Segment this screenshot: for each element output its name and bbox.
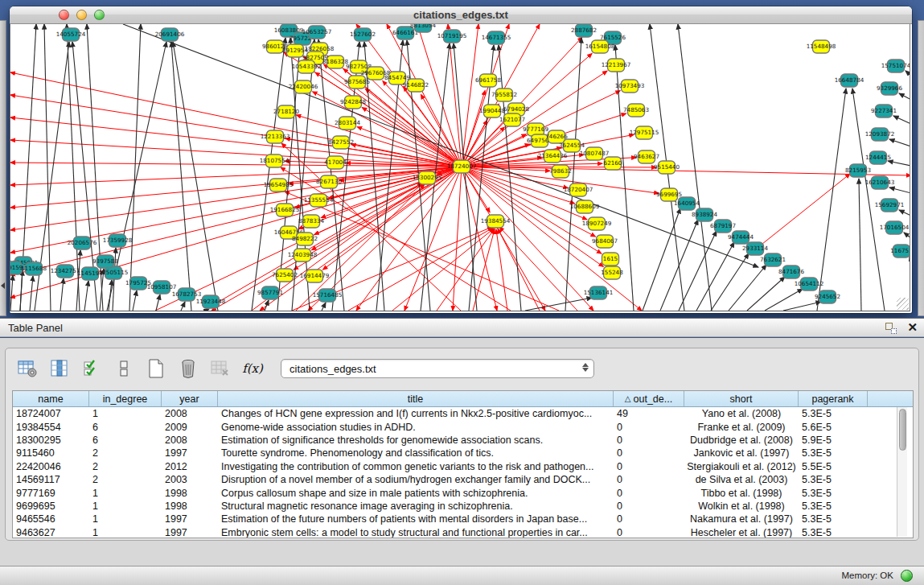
graph-node[interactable]: 10654112 bbox=[795, 278, 824, 290]
network-window-titlebar[interactable]: citations_edges.txt bbox=[10, 6, 912, 24]
graph-node[interactable]: 16648784 bbox=[835, 74, 864, 87]
table-select-dropdown[interactable]: citations_edges.txt bbox=[281, 359, 594, 378]
graph-node[interactable]: 6879197 bbox=[710, 220, 736, 233]
graph-edge[interactable] bbox=[525, 298, 592, 311]
graph-node[interactable]: 8471676 bbox=[778, 266, 804, 278]
graph-edge[interactable] bbox=[322, 303, 326, 311]
graph-edge[interactable] bbox=[643, 208, 680, 311]
graph-edge[interactable] bbox=[171, 42, 191, 311]
graph-node[interactable]: 9515440 bbox=[654, 161, 680, 174]
graph-edge[interactable] bbox=[133, 290, 137, 311]
graph-node[interactable]: 155248 bbox=[601, 266, 623, 279]
graph-node[interactable]: 17016504 bbox=[880, 221, 910, 234]
column-header-title[interactable]: title bbox=[218, 391, 614, 406]
graph-node[interactable]: 12213363 bbox=[261, 130, 290, 143]
window-resize-grip[interactable] bbox=[897, 298, 909, 310]
graph-node[interactable]: 15136141 bbox=[584, 286, 614, 299]
graph-node[interactable]: 14055724 bbox=[56, 28, 86, 41]
graph-node[interactable]: 8938924 bbox=[692, 208, 717, 221]
graph-edge[interactable] bbox=[906, 71, 910, 76]
graph-node[interactable]: 2803144 bbox=[335, 117, 360, 130]
column-header-year[interactable]: year bbox=[162, 391, 218, 406]
delete-table-icon[interactable] bbox=[208, 356, 232, 381]
graph-node[interactable]: 9329966 bbox=[877, 82, 902, 95]
graph-node[interactable]: 2887682 bbox=[571, 24, 597, 37]
left-panel-splitter[interactable] bbox=[0, 20, 6, 316]
graph-node[interactable]: 62160 bbox=[604, 157, 622, 170]
graph-edge[interactable] bbox=[679, 231, 717, 311]
graph-node[interactable]: 17359928 bbox=[103, 234, 133, 247]
table-row[interactable]: 1872400712008Changes of HCN gene express… bbox=[13, 407, 913, 420]
table-row[interactable]: 1830029562008Estimation of significance … bbox=[13, 434, 913, 447]
graph-node[interactable]: 116753 bbox=[890, 245, 910, 257]
table-row[interactable]: 977716911998Corpus callosum shape and si… bbox=[13, 486, 913, 499]
graph-node[interactable]: 1615 bbox=[602, 253, 619, 266]
graph-edge[interactable] bbox=[84, 281, 88, 311]
graph-node[interactable]: 20206576 bbox=[68, 237, 97, 249]
graph-node[interactable]: 8878334 bbox=[298, 215, 324, 228]
graph-node[interactable]: 15751074 bbox=[881, 60, 910, 72]
table-row[interactable]: 946362711997Embryonic stem cells: a mode… bbox=[13, 526, 913, 538]
show-columns-icon[interactable] bbox=[47, 356, 72, 381]
graph-edge[interactable] bbox=[181, 302, 185, 311]
graph-node[interactable]: 1244415 bbox=[865, 151, 891, 164]
graph-node[interactable]: 9463627 bbox=[634, 150, 659, 163]
graph-edge[interactable] bbox=[453, 167, 462, 311]
table-row[interactable]: 2242004622012Investigating the contribut… bbox=[13, 460, 913, 473]
table-scrollbar[interactable] bbox=[897, 407, 907, 537]
graph-node[interactable]: 12093872 bbox=[865, 128, 895, 141]
graph-node[interactable]: 15692971 bbox=[875, 199, 905, 212]
graph-edge[interactable] bbox=[10, 167, 462, 208]
column-header-out_de[interactable]: △out_de... bbox=[614, 391, 684, 406]
graph-edge[interactable] bbox=[265, 300, 269, 311]
graph-edge[interactable] bbox=[783, 302, 821, 311]
graph-node[interactable]: 19166825 bbox=[270, 204, 300, 216]
graph-edge[interactable] bbox=[893, 116, 910, 124]
graph-node[interactable]: 19384554 bbox=[481, 215, 511, 228]
graph-edge[interactable] bbox=[462, 24, 478, 167]
graph-edge[interactable] bbox=[729, 265, 766, 311]
new-column-icon[interactable] bbox=[144, 356, 168, 381]
table-row[interactable]: 911546021997Tourette syndrome. Phenomeno… bbox=[13, 447, 913, 459]
graph-edge[interactable] bbox=[678, 24, 712, 311]
right-panel-splitter[interactable] bbox=[918, 20, 924, 316]
graph-node[interactable]: 1640954 bbox=[674, 197, 700, 210]
column-settings-icon[interactable] bbox=[15, 356, 39, 381]
graph-node[interactable]: 16210643 bbox=[865, 176, 895, 189]
row-mode-icon[interactable] bbox=[112, 356, 136, 381]
float-panel-icon[interactable] bbox=[885, 323, 897, 334]
graph-edge[interactable] bbox=[462, 167, 910, 175]
column-header-in_degree[interactable]: in_degree bbox=[89, 391, 162, 406]
column-header-short[interactable]: short bbox=[684, 391, 799, 406]
graph-node[interactable]: 10688609 bbox=[570, 200, 600, 213]
table-row[interactable]: 1456911722003Disruption of a novel membe… bbox=[13, 473, 913, 486]
column-header-name[interactable]: name bbox=[13, 391, 89, 406]
graph-node[interactable]: 11548498 bbox=[807, 40, 836, 53]
graph-edge[interactable] bbox=[696, 242, 734, 311]
graph-node[interactable]: 14671355 bbox=[482, 31, 511, 44]
graph-edge[interactable] bbox=[899, 93, 910, 100]
graph-edge[interactable] bbox=[817, 89, 846, 311]
graph-node[interactable]: 7955812 bbox=[491, 89, 517, 101]
graph-edge[interactable] bbox=[750, 174, 850, 253]
close-panel-icon[interactable]: ✕ bbox=[907, 320, 918, 335]
graph-edge[interactable] bbox=[173, 42, 218, 311]
graph-node[interactable]: 7485063 bbox=[623, 104, 649, 117]
graph-node[interactable]: 12213967 bbox=[602, 59, 631, 72]
graph-edge[interactable] bbox=[348, 228, 493, 311]
graph-edge[interactable] bbox=[123, 24, 758, 267]
graph-node[interactable]: 12403948 bbox=[288, 249, 318, 262]
graph-node[interactable]: 9684067 bbox=[592, 235, 618, 248]
graph-edge[interactable] bbox=[290, 38, 310, 311]
graph-node[interactable]: 9227341 bbox=[871, 105, 897, 117]
graph-node[interactable]: 798632 bbox=[549, 165, 571, 178]
graph-edge[interactable] bbox=[313, 92, 462, 167]
graph-node[interactable]: 9875685 bbox=[344, 76, 370, 89]
graph-edge[interactable] bbox=[904, 233, 910, 238]
graph-edge[interactable] bbox=[20, 270, 23, 311]
graph-node[interactable]: 20691406 bbox=[155, 28, 185, 41]
function-builder-icon[interactable]: f(x) bbox=[240, 356, 265, 381]
column-header-pagerank[interactable]: pagerank bbox=[799, 391, 868, 406]
network-canvas[interactable]: 1405572420691406160838097957224106532571… bbox=[10, 24, 910, 311]
graph-node[interactable]: 10719195 bbox=[437, 30, 467, 43]
